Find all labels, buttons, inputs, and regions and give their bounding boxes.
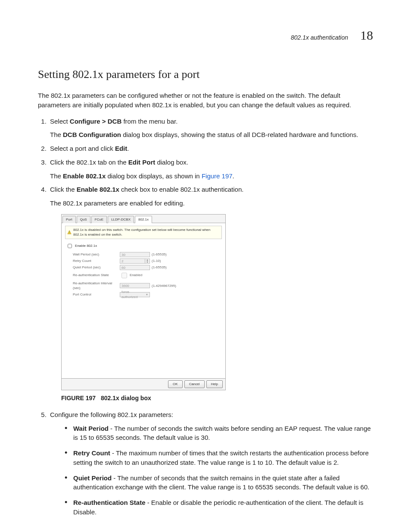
bullet-retry-count: Retry Count - The maximum number of time…: [65, 448, 373, 467]
bullet-wait-title: Wait Period: [73, 425, 109, 432]
step-3-sub-bold: Enable 802.1x: [63, 172, 106, 180]
warning-text: 802.1x is disabled on this switch. The c…: [73, 227, 220, 237]
enable-row: Enable 802.1x: [65, 242, 222, 252]
step-1-text-c: from the menu bar.: [121, 118, 177, 125]
content: The 802.1x parameters can be configured …: [38, 91, 373, 516]
help-button[interactable]: Help: [206, 380, 223, 388]
wait-period-input[interactable]: 30: [120, 252, 150, 257]
step-1: Select Configure > DCB from the menu bar…: [48, 117, 373, 140]
step-3: Click the 802.1x tab on the Edit Port di…: [48, 158, 373, 181]
bullet-retry-title: Retry Count: [73, 449, 110, 457]
step-1-text-a: Select: [50, 118, 70, 125]
tab-lldp-dcbx[interactable]: LLDP-DCBX: [108, 216, 134, 223]
step-3-sub-d: .: [233, 172, 234, 180]
dialog-spacer: [65, 297, 222, 375]
retry-count-label: Retry Count: [73, 258, 118, 264]
step-4-text-c: check box to enable 802.1x authenticatio…: [119, 186, 244, 193]
cancel-button[interactable]: Cancel: [184, 380, 205, 388]
enable-8021x-label: Enable 802.1x: [75, 243, 97, 249]
step-1-bold: Configure > DCB: [70, 118, 121, 125]
tabstrip: Port QoS FCoE LLDP-DCBX 802.1x: [62, 215, 225, 223]
step-3-sub-a: The: [50, 172, 63, 180]
reauth-state-checkbox[interactable]: [121, 273, 127, 278]
svg-rect-1: [69, 231, 70, 233]
step-1-sub: The DCB Configuration dialog box display…: [50, 130, 373, 140]
reauth-state-label: Re-authentication State: [73, 273, 118, 278]
step-3-text-a: Click the 802.1x tab on the: [50, 159, 128, 166]
reauth-interval-range: (1-4294967295): [152, 283, 186, 289]
step-2-text-a: Select a port and click: [50, 145, 115, 152]
step-3-bold: Edit Port: [128, 159, 156, 166]
section-name: 802.1x authentication: [291, 33, 348, 42]
retry-count-value: 2: [120, 258, 145, 264]
wait-period-label: Wait Period (sec): [73, 252, 118, 257]
step-4-text-a: Click the: [50, 186, 77, 193]
reauth-state-field: Enabled: [120, 271, 150, 280]
ok-button[interactable]: OK: [168, 380, 183, 388]
running-header: 802.1x authentication 18: [38, 26, 373, 45]
bullet-reauth-title: Re-authentication State: [73, 499, 146, 506]
figure-link[interactable]: Figure 197: [202, 172, 233, 180]
step-1-sub-bold: DCB Configuration: [63, 131, 121, 138]
svg-rect-2: [69, 233, 70, 233]
step-2: Select a port and click Edit.: [48, 144, 373, 153]
tab-port[interactable]: Port: [62, 216, 76, 223]
bullet-quiet-desc: - The number of seconds that the switch …: [73, 474, 369, 491]
step-3-sub-c: dialog box displays, as shown in: [106, 172, 202, 180]
step-5-text: Configure the following 802.1x parameter…: [50, 411, 173, 418]
reauth-interval-input[interactable]: 3600: [120, 283, 150, 288]
reauth-interval-label: Re-authentication Interval (sec): [73, 281, 118, 291]
page-title: Setting 802.1x parameters for a port: [38, 66, 373, 83]
tab-fcoe[interactable]: FCoE: [91, 216, 107, 223]
form-grid: Wait Period (sec) 30 (1-65535) Retry Cou…: [65, 252, 222, 297]
reauth-state-text: Enabled: [130, 273, 142, 278]
figure-title: 802.1x dialog box: [101, 395, 151, 401]
step-5: Configure the following 802.1x parameter…: [48, 410, 373, 517]
bullet-quiet-title: Quiet Period: [73, 474, 112, 482]
step-4-sub: The 802.1x parameters are enabled for ed…: [50, 199, 373, 208]
chevron-down-icon: ▼: [146, 292, 148, 297]
intro-paragraph: The 802.1x parameters can be configured …: [38, 91, 373, 110]
figure-number: FIGURE 197: [61, 395, 96, 401]
quiet-period-range: (1-65535): [152, 265, 186, 270]
dialog-footer: OK Cancel Help: [62, 378, 225, 390]
step-2-bold: Edit: [115, 145, 127, 152]
step-1-sub-c: dialog box displays, showing the status …: [121, 131, 358, 138]
warning-bar: 802.1x is disabled on this switch. The c…: [65, 226, 222, 239]
bullet-quiet-period: Quiet Period - The number of seconds tha…: [65, 473, 373, 492]
chapter-number: 18: [360, 26, 373, 45]
step-4-bold: Enable 802.1x: [77, 186, 119, 193]
retry-count-range: (1-10): [152, 258, 186, 264]
tab-qos[interactable]: QoS: [77, 216, 90, 223]
tab-8021x[interactable]: 802.1x: [135, 216, 152, 223]
steps-list: Select Configure > DCB from the menu bar…: [38, 117, 373, 517]
figure-197: Port QoS FCoE LLDP-DCBX 802.1x 802: [61, 214, 373, 390]
step-4: Click the Enable 802.1x check box to ena…: [48, 185, 373, 402]
warning-icon: [67, 230, 72, 234]
dialog-body: 802.1x is disabled on this switch. The c…: [62, 223, 225, 378]
step-3-text-c: dialog box.: [155, 159, 188, 166]
port-control-value: force-authorized: [121, 289, 146, 300]
port-control-label: Port Control: [73, 292, 118, 297]
spinner-buttons[interactable]: ▲▼: [145, 258, 150, 264]
quiet-period-input[interactable]: 60: [120, 265, 150, 270]
figure-caption: FIGURE 197 802.1x dialog box: [61, 394, 373, 402]
bullet-retry-desc: - The maximum number of times that the s…: [73, 449, 369, 466]
enable-8021x-checkbox[interactable]: [68, 244, 72, 248]
dialog-8021x: Port QoS FCoE LLDP-DCBX 802.1x 802: [61, 214, 226, 390]
port-control-select[interactable]: force-authorized ▼: [120, 292, 150, 297]
step-3-sub: The Enable 802.1x dialog box displays, a…: [50, 171, 373, 181]
page: 802.1x authentication 18 Setting 802.1x …: [0, 0, 411, 532]
retry-count-spinner[interactable]: 2 ▲▼: [120, 258, 150, 264]
step-1-sub-a: The: [50, 131, 63, 138]
bullet-reauth-state: Re-authentication State - Enable or disa…: [65, 498, 373, 517]
bullet-wait-desc: - The number of seconds the switch waits…: [73, 425, 371, 442]
bullet-list: Wait Period - The number of seconds the …: [50, 424, 373, 517]
bullet-wait-period: Wait Period - The number of seconds the …: [65, 424, 373, 443]
step-2-text-c: .: [127, 145, 129, 152]
quiet-period-label: Quiet Period (sec): [73, 265, 118, 270]
wait-period-range: (1-65535): [152, 252, 186, 257]
